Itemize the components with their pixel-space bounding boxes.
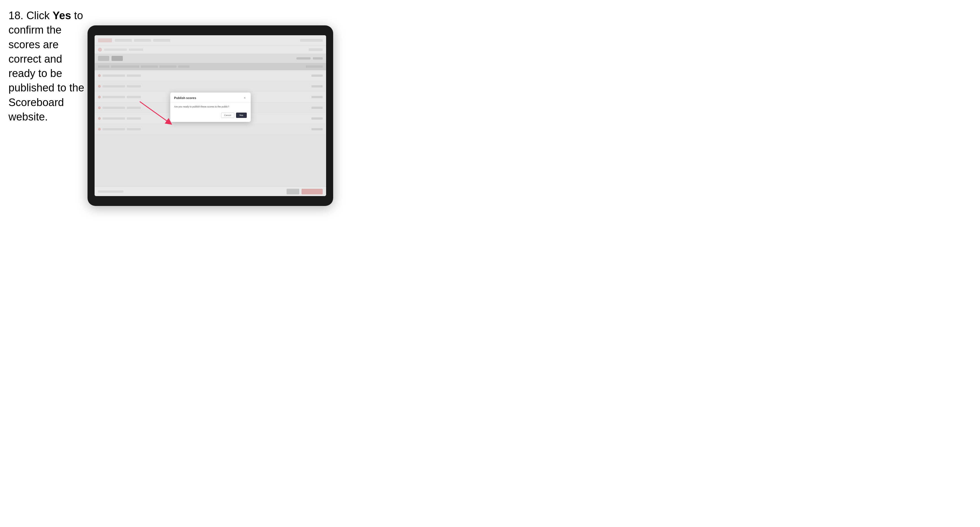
instruction-post-bold: to confirm the scores are correct and re…: [8, 10, 84, 123]
dialog-close-button[interactable]: ×: [243, 96, 247, 100]
tablet-screen: Publish scores × Are you ready to publis…: [95, 35, 326, 196]
tablet-device: Publish scores × Are you ready to publis…: [88, 25, 333, 206]
publish-scores-dialog: Publish scores × Are you ready to publis…: [170, 92, 251, 122]
instruction-pre-bold: Click: [24, 10, 52, 21]
dialog-body: Are you ready to publish these scores to…: [170, 102, 251, 122]
instruction-bold: Yes: [52, 10, 71, 21]
yes-button[interactable]: Yes: [236, 113, 247, 118]
step-number: 18.: [8, 10, 24, 21]
instruction-text: 18. Click Yes to confirm the scores are …: [8, 8, 88, 124]
dialog-message: Are you ready to publish these scores to…: [174, 105, 247, 109]
app-background: Publish scores × Are you ready to publis…: [95, 35, 326, 196]
cancel-button[interactable]: Cancel: [221, 113, 234, 118]
dialog-title: Publish scores: [174, 96, 196, 100]
dialog-header: Publish scores ×: [170, 92, 251, 102]
dialog-actions: Cancel Yes: [174, 113, 247, 118]
modal-overlay: Publish scores × Are you ready to publis…: [95, 35, 326, 196]
